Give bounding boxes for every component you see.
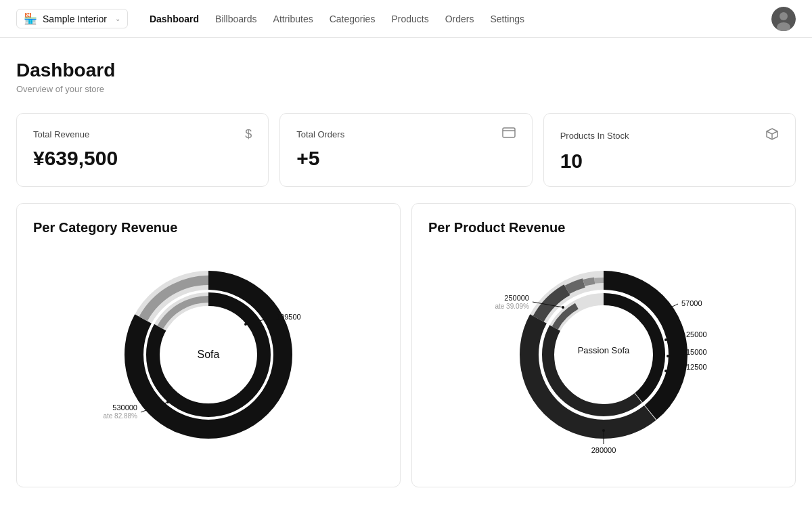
- box-icon: [765, 127, 779, 144]
- brand-name: Sample Interior: [43, 14, 107, 24]
- svg-text:ate 82.88%: ate 82.88%: [103, 412, 137, 420]
- chart-card-product: Per Product Revenue: [411, 203, 796, 487]
- navbar: 🏪 Sample Interior ⌄ Dashboard Billboards…: [0, 0, 812, 38]
- stat-card-orders: Total Orders +5: [279, 113, 532, 187]
- stat-value-stock: 10: [560, 150, 779, 173]
- nav-links: Dashboard Billboards Attributes Categori…: [150, 11, 750, 27]
- card-icon: [502, 127, 516, 141]
- stat-card-orders-header: Total Orders: [296, 127, 515, 141]
- svg-point-15: [166, 401, 169, 403]
- product-donut-container: Passion Sofa 250000 Rate 39.09% 280000 5…: [428, 246, 779, 463]
- svg-point-19: [244, 323, 247, 326]
- nav-link-dashboard[interactable]: Dashboard: [150, 11, 199, 27]
- chevron-down-icon: ⌄: [115, 15, 120, 22]
- svg-text:15000: 15000: [686, 348, 707, 356]
- svg-text:Passion Sofa: Passion Sofa: [578, 345, 630, 355]
- svg-text:109500: 109500: [276, 313, 301, 321]
- category-donut-svg: Sofa 530000 ate 82.88% 109500: [100, 246, 317, 463]
- stat-cards: Total Revenue $ ¥639,500 Total Orders +5…: [16, 113, 796, 187]
- category-donut-container: Sofa 530000 ate 82.88% 109500: [33, 246, 384, 463]
- stat-label-revenue: Total Revenue: [33, 129, 89, 139]
- svg-text:12500: 12500: [686, 363, 707, 371]
- store-icon: 🏪: [24, 12, 37, 25]
- svg-text:530000: 530000: [112, 403, 137, 412]
- svg-point-50: [664, 370, 667, 372]
- svg-point-38: [602, 429, 605, 432]
- dollar-icon: $: [245, 127, 252, 141]
- chart-title-category: Per Category Revenue: [33, 220, 384, 236]
- svg-text:Sofa: Sofa: [198, 349, 220, 360]
- chart-row: Per Category Revenue Sofa: [16, 203, 796, 487]
- user-avatar[interactable]: [771, 7, 796, 31]
- nav-link-settings[interactable]: Settings: [490, 11, 524, 27]
- page-subtitle: Overview of your store: [16, 84, 796, 94]
- stat-card-stock-header: Products In Stock: [560, 127, 779, 144]
- nav-link-billboards[interactable]: Billboards: [215, 11, 256, 27]
- svg-text:57000: 57000: [681, 299, 702, 307]
- svg-point-41: [655, 313, 658, 315]
- svg-rect-3: [503, 128, 515, 137]
- svg-text:280000: 280000: [591, 446, 616, 454]
- stat-card-revenue: Total Revenue $ ¥639,500: [16, 113, 269, 187]
- nav-link-orders[interactable]: Orders: [445, 11, 474, 27]
- svg-text:250000: 250000: [504, 294, 529, 302]
- nav-link-products[interactable]: Products: [391, 11, 428, 27]
- stat-label-stock: Products In Stock: [560, 131, 629, 141]
- stat-label-orders: Total Orders: [296, 129, 344, 139]
- brand-selector[interactable]: 🏪 Sample Interior ⌄: [16, 9, 128, 28]
- nav-link-attributes[interactable]: Attributes: [273, 11, 313, 27]
- page-content: Dashboard Overview of your store Total R…: [0, 38, 812, 509]
- svg-point-44: [664, 338, 667, 341]
- svg-text:25000: 25000: [686, 330, 707, 338]
- stat-value-revenue: ¥639,500: [33, 147, 252, 170]
- product-donut-svg: Passion Sofa 250000 Rate 39.09% 280000 5…: [495, 246, 712, 463]
- svg-point-1: [780, 12, 788, 20]
- chart-card-category: Per Category Revenue Sofa: [16, 203, 401, 487]
- svg-point-34: [562, 306, 564, 309]
- page-title: Dashboard: [16, 60, 796, 81]
- stat-card-revenue-header: Total Revenue $: [33, 127, 252, 141]
- chart-title-product: Per Product Revenue: [428, 220, 779, 236]
- svg-point-47: [667, 355, 669, 357]
- stat-card-stock: Products In Stock 10: [543, 113, 796, 187]
- svg-text:Rate 39.09%: Rate 39.09%: [495, 303, 529, 310]
- nav-link-categories[interactable]: Categories: [330, 11, 376, 27]
- stat-value-orders: +5: [296, 147, 515, 170]
